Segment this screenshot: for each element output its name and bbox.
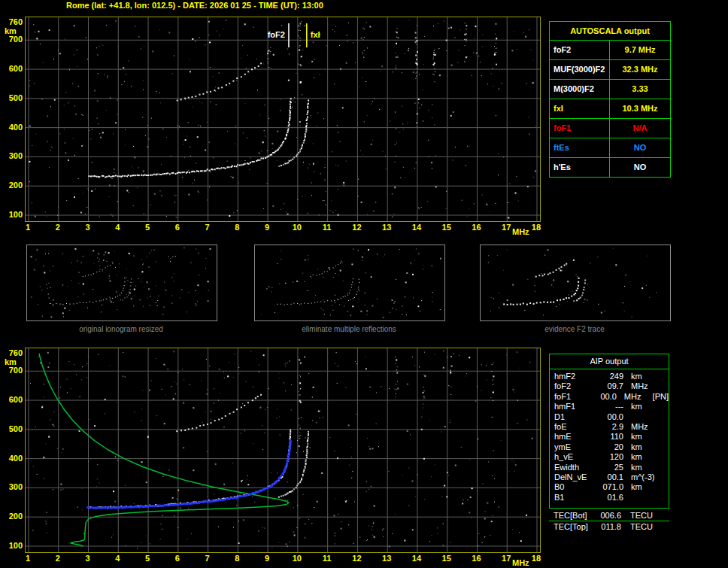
x-tick-label: 14 [408, 223, 425, 232]
x-tick-label: 5 [139, 554, 156, 563]
autoscala-row-label: fxI [550, 99, 610, 118]
aip-row-value: 071.0 [599, 482, 623, 492]
tec-bottom-unit: TECU [630, 511, 653, 520]
aip-row: h_vE120km [554, 452, 669, 462]
x-tick-label: 10 [289, 223, 305, 232]
y-tick-label: 760 [3, 17, 23, 26]
aip-row: hmE110km [554, 432, 669, 442]
aip-row: B101.6 [554, 493, 669, 503]
x-tick-label: 11 [319, 223, 335, 232]
aip-table-rows: hmF2249kmfoF209.7MHzfoF100.0MHz[PN]hmF1-… [550, 369, 669, 503]
aip-row-name: B0 [554, 482, 599, 492]
autoscala-row-value: NO [610, 158, 670, 177]
autoscala-table-rows: foF29.7 MHzMUF(3000)F232.3 MHzM(3000)F23… [550, 41, 670, 177]
autoscala-row-label: ftEs [550, 138, 610, 157]
aip-row: D100.0 [554, 412, 669, 422]
x-tick-label: 17 [498, 554, 514, 563]
aip-row-unit: MHz [631, 381, 663, 391]
autoscala-row: MUF(3000)F232.3 MHz [550, 60, 670, 80]
x-tick-label: 8 [229, 554, 245, 563]
aip-row-unit: MHz [624, 392, 653, 402]
autoscala-row-label: h'Es [550, 158, 610, 177]
x-tick-label: 7 [199, 554, 216, 563]
y-tick-label: 400 [3, 123, 23, 132]
aip-row-value: 00.0 [595, 392, 617, 402]
x-tick-label: 3 [80, 223, 96, 232]
tec-top-label: TEC[Top] [554, 522, 596, 531]
y-tick-label: 100 [3, 210, 23, 219]
aip-row-unit: km [631, 482, 663, 492]
aip-row-unit: km [631, 442, 663, 452]
x-tick-label: 1 [20, 223, 36, 232]
x-tick-label: 2 [50, 554, 66, 563]
x-tick-label: 17 [498, 223, 514, 232]
autoscala-table-title: AUTOSCALA output [550, 22, 670, 41]
aip-row: ymE20km [554, 442, 669, 452]
x-tick-label: 15 [438, 554, 455, 563]
aip-row-value: --- [599, 402, 623, 412]
top-ionogram-plot: foF2fxI [25, 17, 541, 222]
x-tick-label: 13 [378, 223, 395, 232]
aip-row: B0071.0km [554, 482, 669, 492]
x-tick-label: 13 [378, 554, 395, 563]
aip-row-unit: km [631, 432, 663, 442]
aip-row-unit: km [631, 452, 663, 462]
y-tick-label: 500 [3, 424, 23, 433]
aip-row-value: 110 [599, 432, 623, 442]
aip-row-name: B1 [554, 493, 599, 503]
aip-row-name: DelN_vE [554, 472, 599, 482]
tec-top-value: 011.8 [596, 522, 621, 531]
panel-original-ionogram [26, 245, 217, 321]
x-tick-label: 4 [109, 554, 126, 563]
aip-row: hmF2249km [554, 372, 669, 381]
x-tick-label: 7 [199, 223, 216, 232]
aip-row-unit: m^(-3) [631, 472, 663, 482]
x-tick-label: 12 [348, 554, 365, 563]
autoscala-row: fxI10.3 MHz [550, 99, 670, 119]
aip-row-name: foF2 [554, 381, 599, 391]
y-tick-label: 400 [3, 454, 23, 463]
y-tick-label: 300 [3, 482, 23, 491]
x-tick-label: 4 [109, 223, 126, 232]
aip-row-value: 249 [599, 372, 623, 381]
autoscala-row-value: 32.3 MHz [610, 60, 670, 79]
autoscala-row-value: 3.33 [610, 80, 670, 99]
aip-row-value: 09.7 [599, 381, 623, 391]
aip-output-table: AIP output hmF2249kmfoF209.7MHzfoF100.0M… [549, 354, 669, 509]
tec-top-unit: TECU [630, 522, 653, 531]
aip-row-value: 25 [599, 463, 623, 472]
aip-row-name: hmE [554, 432, 599, 442]
y-tick-label: 100 [3, 541, 23, 550]
y-tick-label: 700 [3, 35, 23, 44]
y-axis-unit-bottom: km [5, 357, 17, 366]
panel-caption-multiples: eliminate multiple reflections [254, 325, 444, 334]
autoscala-row-value: N/A [610, 119, 670, 138]
y-axis-unit-top: km [5, 26, 17, 35]
aip-row-value: 2.9 [599, 422, 623, 432]
autoscala-row-label: foF2 [550, 41, 610, 59]
tec-bottom-row: TEC[Bot] 006.6 TECU [549, 511, 669, 520]
aip-row: foF209.7MHz [554, 381, 669, 391]
x-tick-label: 10 [289, 554, 305, 563]
autoscala-row-value: 9.7 MHz [610, 41, 670, 59]
aip-row-name: foE [554, 422, 599, 432]
autoscala-row-label: M(3000)F2 [550, 80, 610, 99]
y-tick-label: 300 [3, 151, 23, 160]
x-tick-label: 8 [229, 223, 245, 232]
aip-row-name: h_vE [554, 452, 599, 462]
autoscala-row-label: foF1 [550, 119, 610, 138]
autoscala-window: Rome (lat: +41.8, lon: 012.5) - DATE: 20… [0, 0, 728, 568]
aip-row-name: hmF2 [554, 372, 599, 381]
tec-bottom-label: TEC[Bot] [554, 511, 596, 520]
x-axis-unit-bottom: MHz [512, 558, 529, 567]
x-tick-label: 6 [169, 223, 186, 232]
aip-row-name: foF1 [554, 392, 595, 402]
x-tick-label: 5 [139, 223, 156, 232]
aip-row-value: 120 [599, 452, 623, 462]
panel-evidence-f2-trace [480, 245, 671, 321]
x-tick-label: 16 [468, 554, 484, 563]
aip-row-unit: km [631, 372, 663, 381]
x-tick-label: 18 [528, 223, 544, 232]
aip-table-title: AIP output [550, 354, 669, 369]
x-tick-label: 15 [438, 223, 455, 232]
